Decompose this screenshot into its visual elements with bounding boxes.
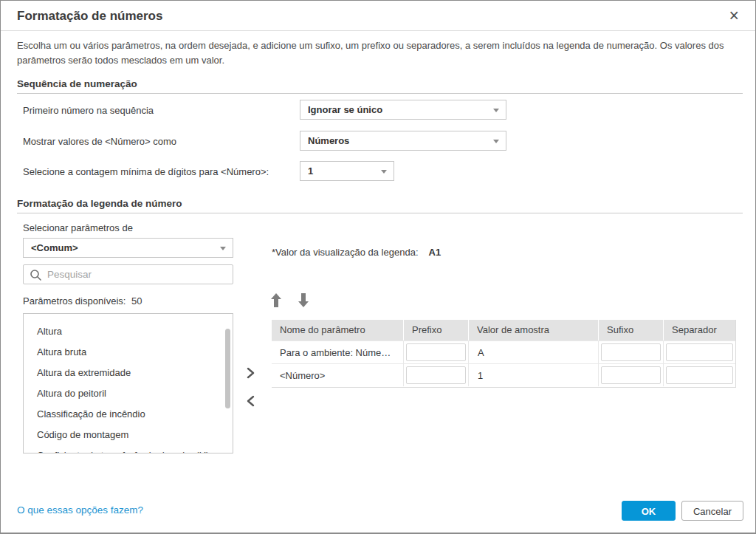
sample-value-cell: A bbox=[469, 341, 598, 363]
dialog-description: Escolha um ou vários parâmetros, na orde… bbox=[17, 38, 742, 67]
parameter-name-cell: Para o ambiente: Núme… bbox=[272, 341, 403, 363]
separator-input[interactable] bbox=[666, 366, 733, 384]
parameter-source-dropdown-value: <Comum> bbox=[31, 242, 78, 253]
chevron-down-icon bbox=[381, 170, 387, 174]
chevron-down-icon bbox=[493, 140, 499, 143]
available-parameters-list: Altura Altura bruta Altura da extremidad… bbox=[23, 313, 233, 453]
column-header-sample: Valor de amostra bbox=[469, 320, 598, 340]
available-parameters-count: 50 bbox=[131, 295, 142, 307]
suffix-cell bbox=[599, 341, 663, 363]
separator-cell bbox=[664, 341, 735, 363]
column-header-prefix: Prefixo bbox=[404, 320, 468, 340]
sample-value-cell: 1 bbox=[469, 364, 598, 386]
table-header-row: Nome do parâmetro Prefixo Valor de amost… bbox=[272, 320, 735, 340]
dialog-title: Formatação de números bbox=[17, 9, 162, 24]
move-up-button[interactable] bbox=[270, 292, 282, 311]
search-box bbox=[23, 264, 233, 284]
prefix-cell bbox=[404, 364, 468, 386]
suffix-input[interactable] bbox=[601, 343, 661, 361]
arrow-up-icon bbox=[270, 298, 282, 310]
chevron-down-icon bbox=[493, 109, 499, 112]
list-item[interactable]: Código de montagem bbox=[24, 425, 233, 445]
min-digits-dropdown[interactable]: 1 bbox=[300, 161, 394, 181]
first-number-dropdown[interactable]: Ignorar se único bbox=[300, 100, 506, 120]
prefix-input[interactable] bbox=[406, 343, 466, 361]
legend-format-table: Nome do parâmetro Prefixo Valor de amost… bbox=[272, 320, 736, 388]
ok-button[interactable]: OK bbox=[622, 501, 676, 521]
list-item[interactable]: Classificação de incêndio bbox=[24, 404, 233, 425]
min-digits-dropdown-value: 1 bbox=[308, 165, 313, 177]
list-item[interactable]: Coeficiente de transferência de calor (U… bbox=[24, 445, 233, 453]
chevron-left-icon bbox=[246, 397, 255, 409]
add-parameter-button[interactable] bbox=[244, 366, 257, 383]
show-values-dropdown[interactable]: Números bbox=[300, 131, 506, 151]
column-header-name: Nome do parâmetro bbox=[272, 320, 403, 340]
show-values-label: Mostrar valores de <Número> como bbox=[23, 136, 176, 147]
available-parameters-label: Parâmetros disponíveis: 50 bbox=[23, 295, 142, 307]
cancel-button[interactable]: Cancelar bbox=[681, 501, 743, 521]
parameter-source-dropdown[interactable]: <Comum> bbox=[23, 238, 233, 258]
close-icon[interactable]: × bbox=[725, 5, 743, 26]
suffix-input[interactable] bbox=[601, 366, 661, 384]
help-link[interactable]: O que essas opções fazem? bbox=[17, 504, 143, 516]
available-parameters-text: Parâmetros disponíveis: bbox=[23, 295, 126, 307]
format-section-heading: Formatação da legenda de número bbox=[17, 198, 743, 213]
chevron-right-icon bbox=[246, 369, 255, 381]
sequence-section-heading: Sequência de numeração bbox=[17, 78, 743, 94]
legend-preview-label: *Valor da visualização da legenda: bbox=[272, 247, 419, 258]
separator-cell bbox=[664, 364, 735, 386]
column-header-suffix: Sufixo bbox=[599, 320, 663, 340]
list-scrollbar[interactable] bbox=[225, 329, 230, 408]
table-row: Para o ambiente: Núme… A bbox=[272, 341, 735, 363]
table-body: Para o ambiente: Núme… A <Número> 1 bbox=[272, 340, 735, 386]
column-header-separator: Separador bbox=[664, 320, 735, 340]
list-item[interactable]: Altura bbox=[24, 321, 233, 342]
table-row: <Número> 1 bbox=[272, 364, 735, 386]
prefix-input[interactable] bbox=[406, 366, 466, 384]
remove-parameter-button[interactable] bbox=[244, 394, 257, 411]
first-number-dropdown-value: Ignorar se único bbox=[308, 104, 382, 115]
search-input[interactable] bbox=[47, 266, 228, 283]
legend-preview-value: A1 bbox=[429, 247, 441, 258]
separator-input[interactable] bbox=[666, 343, 733, 361]
legend-preview: *Valor da visualização da legenda:A1 bbox=[272, 247, 441, 258]
select-parameters-label: Selecionar parâmetros de bbox=[23, 222, 133, 233]
number-formatting-dialog: Formatação de números × Escolha um ou vá… bbox=[0, 0, 756, 534]
suffix-cell bbox=[599, 364, 663, 386]
list-item[interactable]: Altura da extremidade bbox=[24, 363, 233, 383]
prefix-cell bbox=[404, 341, 468, 363]
min-digits-label: Selecione a contagem mínima de dígitos p… bbox=[23, 166, 269, 177]
list-item[interactable]: Altura do peitoril bbox=[24, 383, 233, 404]
first-number-label: Primeiro número na sequência bbox=[23, 105, 154, 116]
list-item[interactable]: Altura bruta bbox=[24, 342, 233, 363]
move-down-button[interactable] bbox=[298, 292, 309, 311]
title-divider bbox=[1, 30, 755, 31]
chevron-down-icon bbox=[220, 247, 226, 250]
parameter-name-cell: <Número> bbox=[272, 364, 403, 386]
show-values-dropdown-value: Números bbox=[308, 135, 349, 146]
arrow-down-icon bbox=[298, 298, 309, 310]
